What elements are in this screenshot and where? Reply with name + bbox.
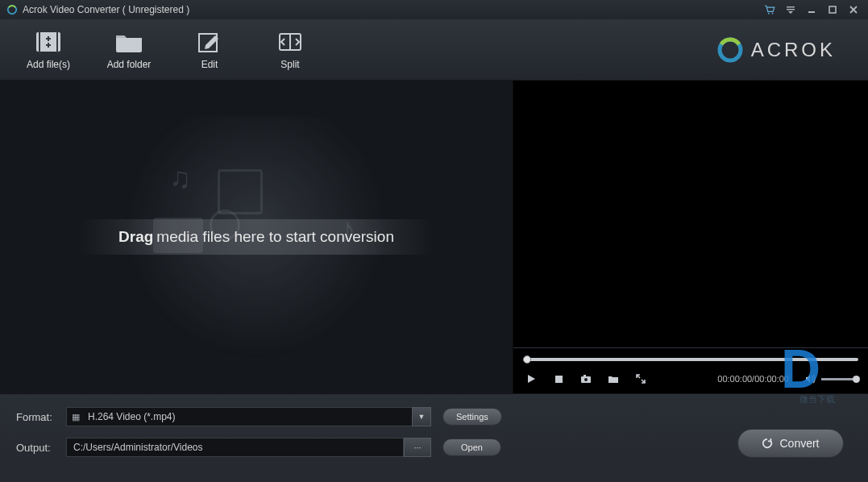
format-label: Format: — [16, 411, 66, 423]
svg-rect-13 — [48, 43, 49, 48]
cart-icon[interactable] — [762, 3, 778, 16]
close-button[interactable] — [845, 3, 862, 16]
edit-button[interactable]: Edit — [169, 30, 250, 70]
fullscreen-button[interactable] — [634, 372, 647, 385]
brand-logo: ACROK — [716, 35, 836, 64]
folder-icon — [114, 30, 143, 54]
preview-controls: 00:00:00/00:00:00 — [513, 368, 868, 393]
toolbar-label: Split — [280, 59, 299, 70]
svg-point-2 — [772, 13, 774, 15]
content-area: ♫ ♪ Dragmedia files here to start conver… — [0, 81, 868, 393]
format-value: H.264 Video (*.mp4) — [88, 411, 176, 422]
convert-button[interactable]: Convert — [737, 429, 844, 458]
add-folder-button[interactable]: Add folder — [89, 30, 169, 70]
stop-button[interactable] — [552, 372, 565, 385]
svg-rect-3 — [787, 6, 795, 7]
svg-rect-5 — [808, 11, 815, 13]
toolbar-label: Edit — [201, 59, 218, 70]
svg-rect-18 — [555, 376, 563, 383]
volume-slider[interactable] — [821, 378, 857, 380]
app-title: Acrok Video Converter ( Unregistered ) — [23, 4, 189, 15]
main-toolbar: Add file(s) Add folder Edit Split ACROK — [0, 19, 868, 81]
add-files-button[interactable]: Add file(s) — [8, 30, 89, 70]
music-note-icon: ♫ — [169, 161, 191, 195]
time-display: 00:00:00/00:00:00 — [717, 374, 789, 384]
svg-rect-9 — [56, 31, 58, 53]
footer-panel: Format: ▦ H.264 Video (*.mp4) ▼ Settings… — [0, 393, 868, 482]
svg-rect-4 — [787, 9, 795, 10]
menu-dropdown-icon[interactable] — [783, 3, 799, 16]
svg-rect-11 — [48, 36, 49, 41]
svg-rect-8 — [39, 31, 40, 53]
edit-icon — [195, 30, 224, 54]
open-folder-button[interactable] — [607, 372, 620, 385]
title-bar: Acrok Video Converter ( Unregistered ) — [0, 0, 868, 19]
output-label: Output: — [16, 442, 66, 454]
format-select[interactable]: ▦ H.264 Video (*.mp4) — [66, 407, 413, 426]
app-logo-icon — [6, 4, 18, 15]
playback-slider[interactable] — [513, 348, 868, 368]
preview-video-area — [513, 81, 868, 347]
volume-icon[interactable] — [804, 372, 816, 385]
svg-point-20 — [584, 378, 588, 381]
toolbar-label: Add file(s) — [27, 59, 70, 70]
maximize-button[interactable] — [824, 3, 841, 16]
brand-text: ACROK — [751, 39, 836, 61]
snapshot-button[interactable] — [579, 372, 592, 385]
file-drop-area[interactable]: ♫ ♪ Dragmedia files here to start conver… — [0, 81, 513, 393]
svg-point-1 — [768, 13, 770, 15]
svg-rect-6 — [829, 6, 836, 13]
brand-ring-icon — [716, 35, 745, 64]
svg-rect-21 — [584, 375, 586, 376]
minimize-button[interactable] — [804, 3, 820, 16]
settings-button[interactable]: Settings — [442, 408, 502, 426]
video-format-icon: ▦ — [72, 412, 83, 422]
drop-hint-text: Dragmedia files here to start conversion — [118, 228, 394, 246]
filmstrip-icon — [218, 169, 263, 214]
open-output-button[interactable]: Open — [442, 438, 501, 456]
svg-rect-16 — [289, 34, 291, 50]
browse-button[interactable]: ··· — [404, 438, 431, 457]
play-button[interactable] — [525, 372, 538, 385]
preview-panel: 00:00:00/00:00:00 — [513, 81, 868, 393]
toolbar-label: Add folder — [107, 59, 152, 70]
refresh-icon — [762, 438, 773, 449]
output-path-input[interactable] — [66, 438, 404, 457]
format-dropdown-button[interactable]: ▼ — [412, 407, 431, 426]
split-button[interactable]: Split — [250, 30, 330, 70]
add-file-icon — [34, 30, 63, 54]
split-icon — [276, 30, 305, 54]
